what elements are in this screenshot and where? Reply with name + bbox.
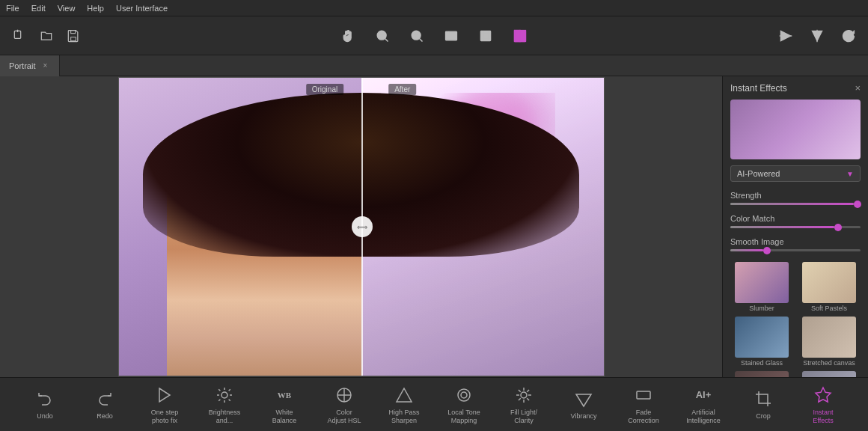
svg-rect-12 [446,31,457,40]
svg-marker-29 [159,388,170,402]
local-tone-label: Local ToneMapping [447,409,480,425]
tab-label: Portrait [9,61,35,70]
brightness-icon [214,385,235,406]
new-button[interactable] [9,25,30,46]
portrait-image: ⟺ [119,78,604,376]
toolbar [0,16,868,55]
open-button[interactable] [36,25,57,46]
fill-light-tool[interactable]: Fill Light/Clarity [494,379,554,431]
strength-slider-thumb[interactable] [854,201,861,208]
flower-decoration [409,93,554,182]
effect-extra1[interactable] [730,371,793,377]
effect-stretched-canvas[interactable]: Stretched canvas [798,317,861,367]
local-tone-icon [453,385,474,406]
soft-pastels-thumb [802,262,856,303]
color-adjust-label: ColorAdjust HSL [327,409,361,425]
ai-tool[interactable]: AI+ ArtificialIntelligence [673,379,733,431]
tab-close-button[interactable]: × [40,61,50,71]
panel-preview-inner [730,100,861,159]
svg-line-11 [420,38,423,41]
redo-label: Redo [97,412,113,421]
zoom-out-button[interactable] [372,25,393,46]
strength-label: Strength [723,188,868,201]
flip-vertical-button[interactable] [775,25,796,46]
svg-marker-54 [816,388,831,402]
split-line: ⟺ [361,78,363,376]
fade-correction-icon [633,385,654,406]
crop-view-button[interactable] [475,25,496,46]
menu-file[interactable]: File [6,4,19,13]
svg-line-34 [229,399,230,400]
smooth-image-label: Smooth Image [723,234,868,248]
svg-line-50 [519,398,521,400]
panel-title: Instant Effects [730,83,787,94]
effect-stained-glass[interactable]: Stained Glass [730,317,793,367]
portrait-tab[interactable]: Portrait × [0,55,60,76]
svg-point-41 [458,389,470,401]
strength-slider-track [730,203,861,205]
one-step-tool[interactable]: One stepphoto fix [135,379,195,431]
extra2-thumb [802,371,856,377]
smooth-image-slider-fill [730,249,763,251]
after-label: After [388,84,416,95]
high-pass-icon [394,385,415,406]
svg-rect-3 [71,37,76,40]
white-balance-label: WhiteBalance [272,409,297,425]
color-match-label: Color Match [723,211,868,224]
split-handle[interactable]: ⟺ [352,216,373,237]
undo-tool[interactable]: Undo [15,379,75,431]
stained-glass-label: Stained Glass [741,359,783,367]
smooth-image-slider-thumb[interactable] [763,247,771,254]
vibrancy-tool[interactable]: Vibrancy [554,379,614,431]
compare-labels: Original After [306,84,417,95]
fill-light-icon [513,385,534,406]
local-tone-tool[interactable]: Local ToneMapping [434,379,494,431]
canvas-area[interactable]: Original After ⟺ [0,76,722,377]
bottom-toolbar: Undo Redo One stepphoto fix Brightnessan… [0,377,868,431]
crop-tool[interactable]: Crop [733,379,793,431]
brightness-tool[interactable]: Brightnessand... [195,379,254,431]
image-container: Original After ⟺ [118,77,605,376]
instant-effects-tool[interactable]: InstantEffects [793,379,853,431]
high-pass-tool[interactable]: High PassSharpen [374,379,434,431]
instant-effects-panel: Instant Effects × AI-Powered ▼ Strength … [722,76,868,377]
redo-tool[interactable]: Redo [75,379,135,431]
svg-rect-53 [637,391,650,399]
effect-soft-pastels[interactable]: Soft Pastels [798,262,861,312]
svg-marker-52 [576,394,591,406]
menu-view[interactable]: View [58,4,76,13]
save-button[interactable] [63,25,84,46]
effect-extra2[interactable] [798,371,861,377]
one-step-icon [154,385,175,406]
effect-slumber[interactable]: Slumber [730,262,793,312]
menubar: File Edit View Help User Interface [0,0,868,16]
color-adjust-icon [334,385,355,406]
color-adjust-tool[interactable]: ColorAdjust HSL [314,379,374,431]
dropdown-label: AI-Powered [737,169,780,178]
menu-help[interactable]: Help [87,4,104,13]
fade-correction-tool[interactable]: FadeCorrection [614,379,673,431]
svg-marker-40 [397,388,412,402]
ai-powered-dropdown[interactable]: AI-Powered ▼ [730,165,861,182]
menu-edit[interactable]: Edit [31,4,46,13]
high-pass-label: High PassSharpen [388,409,419,425]
panel-close-button[interactable]: × [855,82,861,94]
compare-button[interactable] [510,25,531,46]
white-balance-icon: WB [274,385,295,406]
tabbar: Portrait × [0,55,868,76]
svg-line-7 [385,38,388,41]
effects-grid: Slumber Soft Pastels Stained Glass Stret… [723,257,868,377]
vibrancy-label: Vibrancy [571,412,597,421]
hand-tool[interactable] [337,25,358,46]
instant-effects-label: InstantEffects [813,409,833,425]
flip-horizontal-button[interactable] [807,25,828,46]
undo-icon [34,388,55,409]
zoom-in-button[interactable] [406,25,427,46]
rotate-button[interactable] [838,25,859,46]
fit-view-button[interactable] [441,25,462,46]
white-balance-tool[interactable]: WB WhiteBalance [254,379,314,431]
menu-user-interface[interactable]: User Interface [116,4,168,13]
soft-pastels-label: Soft Pastels [811,305,847,312]
color-match-slider-thumb[interactable] [834,224,842,231]
fade-correction-label: FadeCorrection [628,409,659,425]
